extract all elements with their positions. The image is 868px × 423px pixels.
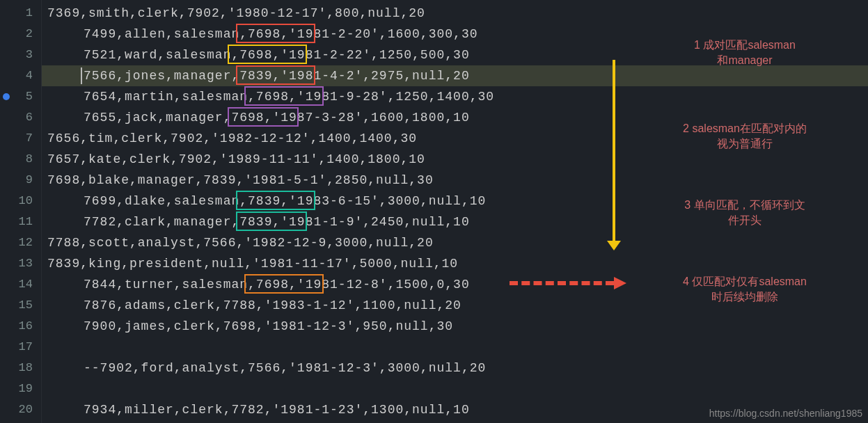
code-text: 7934,miller,clerk,7782,'1981-1-23',1300,…: [47, 403, 470, 417]
line-number[interactable]: 13: [0, 253, 41, 274]
line-number[interactable]: 11: [0, 212, 41, 232]
code-text: 7655,jack,manager,7698,'1987-3-28',1600,…: [47, 111, 470, 125]
annotation-1: 1 成对匹配salesman和manager: [661, 38, 828, 68]
line-number[interactable]: 14: [0, 274, 41, 295]
code-text: 7698,blake,manager,7839,'1981-5-1',2850,…: [47, 173, 434, 187]
line-number[interactable]: 3: [0, 45, 41, 65]
arrow-down-icon: [613, 60, 615, 242]
gutter: 1234567891011121314151617181920: [0, 0, 42, 423]
line-number[interactable]: 10: [0, 191, 41, 212]
line-number[interactable]: 2: [0, 24, 41, 45]
line-number[interactable]: 5: [0, 86, 41, 107]
annotation-3: 3 单向匹配，不循环到文件开头: [661, 198, 828, 228]
code-text: 7900,james,clerk,7698,'1981-12-3',950,nu…: [47, 319, 453, 333]
code-line[interactable]: 7654,martin,salesman,7698,'1981-9-28',12…: [42, 86, 868, 107]
code-text: 7844,turner,salesman,7698,'1981-12-8',15…: [47, 278, 470, 292]
line-number[interactable]: 19: [0, 378, 41, 399]
line-number[interactable]: 20: [0, 399, 41, 420]
code-editor[interactable]: 1234567891011121314151617181920 7369,smi…: [0, 0, 868, 423]
code-text: 7876,adams,clerk,7788,'1983-1-12',1100,n…: [47, 298, 461, 312]
code-text: --7902,ford,analyst,7566,'1981-12-3',300…: [47, 361, 486, 375]
arrow-right-icon: [510, 281, 614, 285]
code-line[interactable]: [42, 378, 868, 399]
watermark: https://blog.csdn.net/shenliang1985: [709, 408, 862, 419]
line-number[interactable]: 8: [0, 149, 41, 170]
code-text: 7521,ward,salesman,7698,'1981-2-22',1250…: [47, 48, 470, 62]
code-text: 7499,allen,salesman,7698,'1981-2-20',160…: [47, 27, 478, 41]
annotation-4: 4 仅匹配对仅有salesman时后续均删除: [661, 274, 828, 305]
line-number[interactable]: 1: [0, 3, 41, 24]
code-line[interactable]: 7698,blake,manager,7839,'1981-5-1',2850,…: [42, 170, 868, 191]
line-number[interactable]: 9: [0, 170, 41, 191]
annotation-2: 2 salesman在匹配对内的视为普通行: [661, 121, 828, 152]
code-line[interactable]: [42, 337, 868, 358]
code-line[interactable]: 7566,jones,manager,7839,'1981-4-2',2975,…: [42, 65, 868, 86]
code-text: 7839,king,president,null,'1981-11-17',50…: [47, 257, 458, 271]
code-line[interactable]: 7839,king,president,null,'1981-11-17',50…: [42, 253, 868, 274]
code-text: 7782,clark,manager,7839,'1981-1-9',2450,…: [47, 215, 470, 229]
code-line[interactable]: --7902,ford,analyst,7566,'1981-12-3',300…: [42, 358, 868, 378]
code-line[interactable]: 7657,kate,clerk,7902,'1989-11-11',1400,1…: [42, 149, 868, 170]
line-number[interactable]: 12: [0, 232, 41, 253]
code-text: 7788,scott,analyst,7566,'1982-12-9,3000,…: [47, 236, 434, 250]
line-number[interactable]: 16: [0, 316, 41, 337]
line-number[interactable]: 4: [0, 65, 41, 86]
line-number[interactable]: 18: [0, 358, 41, 378]
line-number[interactable]: 17: [0, 337, 41, 358]
code-text: 7657,kate,clerk,7902,'1989-11-11',1400,1…: [47, 152, 425, 166]
code-text: 7654,martin,salesman,7698,'1981-9-28',12…: [47, 90, 494, 104]
line-number[interactable]: 6: [0, 107, 41, 128]
code-text: 7566,jones,manager,7839,'1981-4-2',2975,…: [47, 69, 470, 83]
code-line[interactable]: 7369,smith,clerk,7902,'1980-12-17',800,n…: [42, 3, 868, 24]
line-number[interactable]: 15: [0, 295, 41, 316]
code-text: 7656,tim,clerk,7902,'1982-12-12',1400,14…: [47, 131, 417, 145]
code-line[interactable]: 7788,scott,analyst,7566,'1982-12-9,3000,…: [42, 232, 868, 253]
line-number[interactable]: 7: [0, 128, 41, 149]
code-text: 7699,dlake,salesman,7839,'1983-6-15',300…: [47, 194, 486, 208]
code-line[interactable]: 7900,james,clerk,7698,'1981-12-3',950,nu…: [42, 316, 868, 337]
code-text: 7369,smith,clerk,7902,'1980-12-17',800,n…: [47, 6, 425, 20]
